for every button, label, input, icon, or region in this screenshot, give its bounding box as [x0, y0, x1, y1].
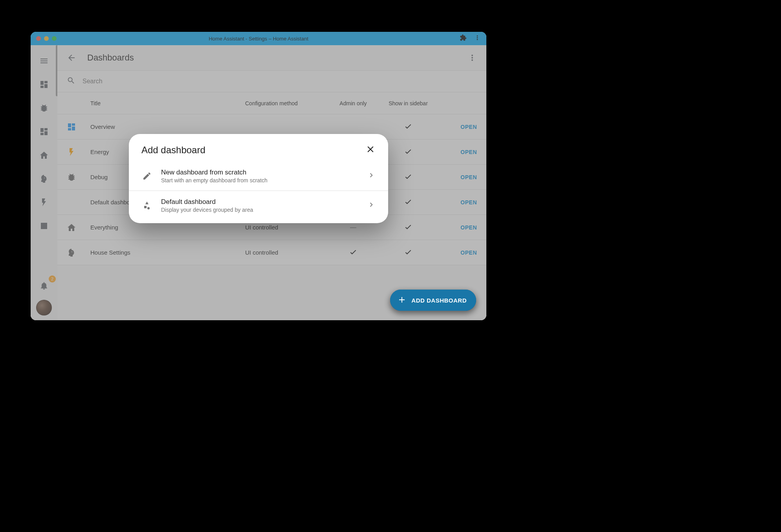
dialog-option-desc: Start with an empty dashboard from scrat…: [161, 177, 358, 183]
dialog-option[interactable]: Default dashboardDisplay your devices gr…: [129, 191, 388, 223]
app-window: Home Assistant - Settings – Home Assista…: [31, 32, 486, 320]
dialog-option-title: New dashboard from scratch: [161, 169, 358, 176]
add-dashboard-fab-top[interactable]: ADD DASHBOARD: [390, 290, 476, 311]
dialog-option-title: Default dashboard: [161, 198, 358, 206]
shapes-icon: [141, 201, 152, 210]
dialog-option-desc: Display your devices grouped by area: [161, 207, 358, 213]
chevron-right-icon: [367, 171, 376, 181]
dialog-option[interactable]: New dashboard from scratchStart with an …: [129, 161, 388, 191]
close-icon: [365, 149, 376, 156]
fab-label: ADD DASHBOARD: [411, 297, 467, 304]
dialog-close-button[interactable]: [365, 144, 376, 156]
add-dashboard-dialog: Add dashboard New dashboard from scratch…: [129, 134, 388, 223]
plus-icon: [397, 295, 407, 306]
dialog-title: Add dashboard: [141, 145, 205, 156]
pencil-icon: [141, 171, 152, 181]
chevron-right-icon: [367, 200, 376, 211]
